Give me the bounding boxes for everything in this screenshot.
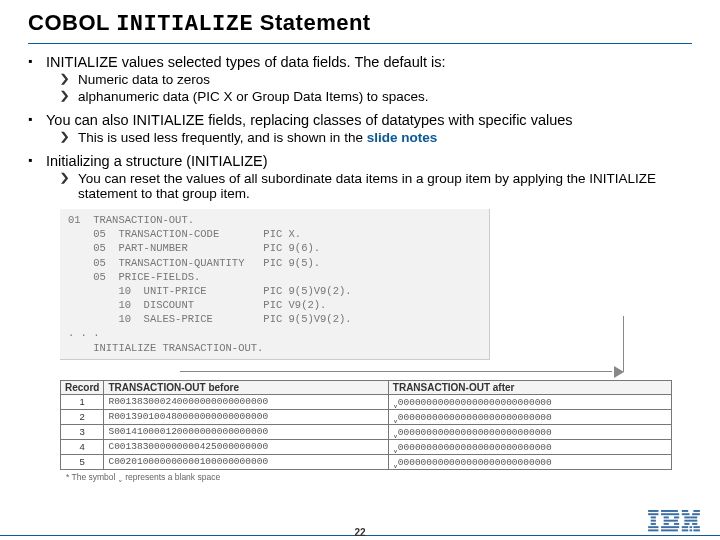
bullet-1-sub-0: This is used less frequently, and is sho… xyxy=(46,130,692,145)
bullet-2-text: Initializing a structure (INITIALIZE) xyxy=(46,153,268,169)
table-row: 1 R001383000240000000000000000 ˬ00000000… xyxy=(61,394,672,409)
svg-rect-23 xyxy=(684,523,689,525)
svg-rect-10 xyxy=(674,516,679,518)
svg-rect-29 xyxy=(690,526,693,528)
svg-rect-21 xyxy=(691,516,697,518)
svg-rect-2 xyxy=(651,516,656,518)
svg-rect-12 xyxy=(664,523,669,525)
table-row: 4 C001383000000000425000000000 ˬ00000000… xyxy=(61,439,672,454)
svg-rect-7 xyxy=(661,510,678,512)
bullet-0-text: INITIALIZE values selected types of data… xyxy=(46,54,446,70)
svg-rect-9 xyxy=(664,516,669,518)
bullet-list: INITIALIZE values selected types of data… xyxy=(28,54,692,201)
bullet-0-sub-0: Numeric data to zeros xyxy=(46,72,692,87)
title-keyword: INITIALIZE xyxy=(116,12,253,37)
th-after: TRANSACTION-OUT after xyxy=(388,380,671,394)
page-number: 22 xyxy=(354,527,365,538)
bullet-1: You can also INITIALIZE fields, replacin… xyxy=(28,112,692,145)
svg-rect-5 xyxy=(648,526,658,528)
bullet-0: INITIALIZE values selected types of data… xyxy=(28,54,692,104)
svg-rect-4 xyxy=(651,523,656,525)
svg-rect-14 xyxy=(661,526,679,528)
svg-rect-3 xyxy=(651,520,656,522)
svg-rect-0 xyxy=(648,510,658,512)
bullet-1-sub-0-a: This is used less frequently, and is sho… xyxy=(78,130,363,145)
table-footnote: * The symbol ˬ represents a blank space xyxy=(66,472,672,482)
title-pre: COBOL xyxy=(28,10,110,35)
svg-rect-15 xyxy=(661,529,678,531)
th-before: TRANSACTION-OUT before xyxy=(104,380,388,394)
svg-rect-24 xyxy=(692,523,697,525)
svg-rect-22 xyxy=(684,520,697,522)
slide-notes-link[interactable]: slide notes xyxy=(367,130,438,145)
svg-rect-11 xyxy=(664,520,678,522)
svg-rect-28 xyxy=(693,529,699,531)
code-sample: 01 TRANSACTION-OUT. 05 TRANSACTION-CODE … xyxy=(60,209,490,360)
table-row: 2 R001390100480000000000000000 ˬ00000000… xyxy=(61,409,672,424)
ibm-logo-icon xyxy=(648,510,700,536)
svg-rect-17 xyxy=(693,510,699,512)
arrow-icon xyxy=(60,366,682,378)
svg-rect-27 xyxy=(682,529,688,531)
svg-rect-20 xyxy=(684,516,690,518)
table-row: 3 S001410000120000000000000000 ˬ00000000… xyxy=(61,424,672,439)
svg-rect-19 xyxy=(692,513,700,515)
svg-rect-26 xyxy=(693,526,699,528)
svg-rect-16 xyxy=(682,510,688,512)
svg-rect-13 xyxy=(674,523,679,525)
svg-rect-6 xyxy=(648,529,658,531)
bullet-2: Initializing a structure (INITIALIZE) Yo… xyxy=(28,153,692,201)
svg-rect-30 xyxy=(690,529,693,531)
svg-rect-25 xyxy=(682,526,688,528)
svg-rect-8 xyxy=(661,513,679,515)
table-head-row: Record TRANSACTION-OUT before TRANSACTIO… xyxy=(61,380,672,394)
bullet-0-sub-1: alphanumeric data (PIC X or Group Data I… xyxy=(46,89,692,104)
bullet-2-sub-0: You can reset the values of all subordin… xyxy=(46,171,692,201)
svg-rect-18 xyxy=(682,513,690,515)
before-after-table: Record TRANSACTION-OUT before TRANSACTIO… xyxy=(60,380,672,482)
table-row: 5 C002010000000000100000000000 ˬ00000000… xyxy=(61,454,672,469)
slide-title: COBOL INITIALIZE Statement xyxy=(28,10,692,44)
svg-rect-1 xyxy=(648,513,658,515)
th-record: Record xyxy=(61,380,104,394)
title-post: Statement xyxy=(260,10,371,35)
bullet-1-text: You can also INITIALIZE fields, replacin… xyxy=(46,112,573,128)
